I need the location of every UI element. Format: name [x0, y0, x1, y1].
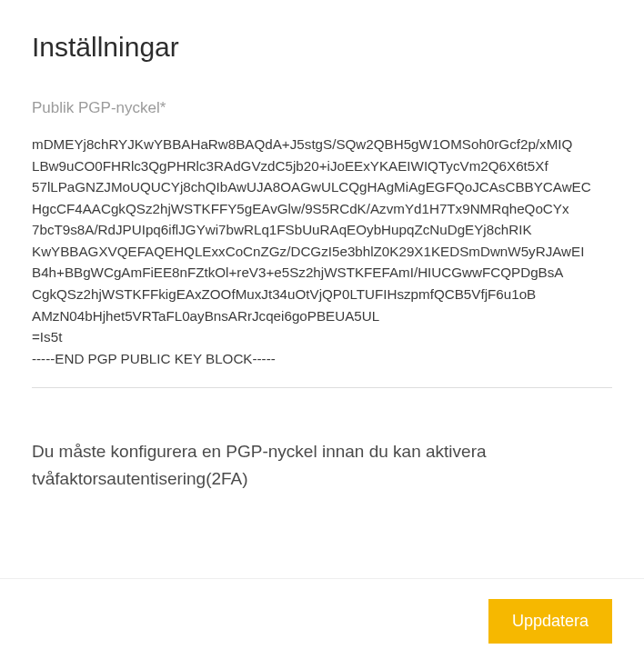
page-title: Inställningar	[32, 32, 612, 63]
two-factor-info-text: Du måste konfigurera en PGP-nyckel innan…	[32, 438, 612, 494]
footer-bar: Uppdatera	[0, 578, 644, 644]
pgp-textarea-wrapper	[32, 134, 612, 388]
update-button[interactable]: Uppdatera	[488, 599, 612, 644]
pgp-key-input[interactable]	[32, 134, 612, 384]
pgp-key-label: Publik PGP-nyckel*	[32, 99, 612, 117]
